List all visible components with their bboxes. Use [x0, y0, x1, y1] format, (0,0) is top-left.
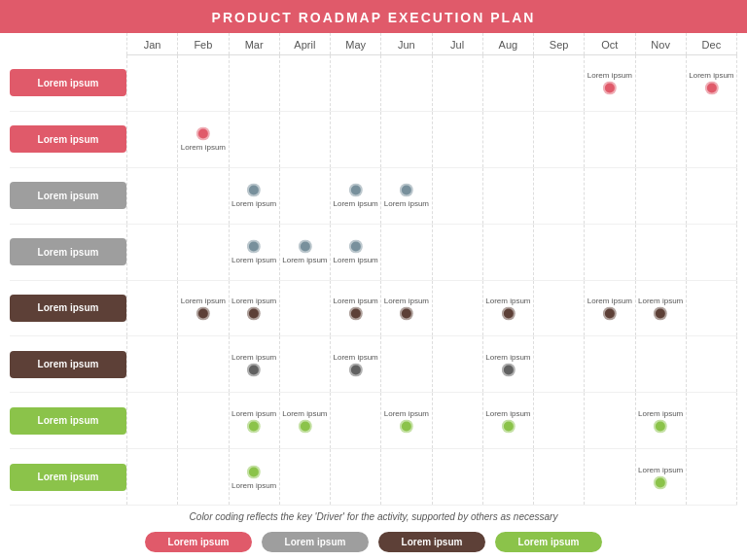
month-label: May: [331, 33, 381, 54]
gantt-row: Lorem ipsumLorem ipsumLorem ipsumLorem i…: [10, 336, 737, 393]
month-col: [534, 112, 585, 167]
month-col: [381, 449, 432, 505]
row-content: Lorem ipsumLorem ipsumLorem ipsum: [126, 168, 737, 224]
dot-marker: [298, 240, 311, 254]
month-col: [280, 168, 331, 224]
month-col: [534, 55, 585, 111]
dot-marker: [704, 82, 718, 95]
month-col: [433, 168, 483, 224]
month-col: [178, 225, 229, 280]
dot-container: Lorem ipsum: [334, 352, 378, 376]
dot-marker: [196, 306, 210, 320]
month-col: Lorem ipsum: [585, 281, 635, 336]
month-col: Lorem ipsum: [230, 225, 280, 280]
gantt-row: Lorem ipsumLorem ipsumLorem ipsumLorem i…: [10, 393, 737, 449]
month-label: Jul: [433, 33, 483, 54]
month-col: [280, 336, 331, 392]
month-col: [585, 449, 635, 505]
month-col: [534, 225, 585, 280]
dot-label: Lorem ipsum: [384, 408, 429, 417]
month-col: [433, 112, 483, 167]
dot-label: Lorem ipsum: [282, 256, 327, 264]
month-col: [280, 55, 331, 111]
dot-label: Lorem ipsum: [231, 199, 276, 208]
month-col: Lorem ipsum: [331, 281, 381, 336]
dot-label: Lorem ipsum: [231, 480, 276, 489]
month-col: [687, 168, 737, 224]
month-col: [381, 55, 432, 111]
month-col: [585, 112, 635, 167]
dot-label: Lorem ipsum: [638, 465, 683, 473]
month-col: [636, 55, 687, 111]
month-col: [433, 225, 483, 280]
dot-marker: [603, 82, 617, 95]
month-col: [636, 225, 687, 280]
legend-row: Lorem ipsumLorem ipsumLorem ipsumLorem i…: [10, 526, 737, 560]
month-col: [636, 112, 687, 167]
dot-label: Lorem ipsum: [689, 71, 733, 80]
row-content: Lorem ipsumLorem ipsum: [126, 449, 737, 505]
month-col: [534, 336, 585, 392]
month-col: [534, 449, 585, 505]
dot-label: Lorem ipsum: [334, 352, 378, 361]
dot-label: Lorem ipsum: [384, 296, 429, 304]
dot-container: Lorem ipsum: [384, 296, 429, 320]
dot-label: Lorem ipsum: [231, 352, 276, 361]
row-label: Lorem ipsum: [10, 125, 126, 153]
dot-marker: [349, 306, 363, 320]
month-col: [687, 449, 737, 505]
month-col: [534, 168, 585, 224]
row-label: Lorem ipsum: [10, 295, 126, 322]
month-col: [178, 168, 229, 224]
row-label: Lorem ipsum: [10, 238, 126, 265]
months-row: JanFebMarAprilMayJunJulAugSepOctNovDec: [126, 33, 737, 55]
month-col: [280, 281, 331, 336]
dot-marker: [247, 465, 261, 478]
month-col: Lorem ipsum: [331, 168, 381, 224]
month-col: [331, 393, 381, 448]
dot-marker: [654, 306, 667, 320]
dot-container: Lorem ipsum: [384, 184, 429, 208]
dot-marker: [654, 475, 667, 489]
dot-label: Lorem ipsum: [334, 296, 378, 304]
dot-marker: [298, 419, 311, 433]
month-label: Dec: [687, 33, 737, 54]
month-col: Lorem ipsum: [483, 336, 534, 392]
dot-container: Lorem ipsum: [231, 240, 276, 264]
month-label: Nov: [636, 33, 687, 54]
month-col: [433, 281, 483, 336]
month-col: Lorem ipsum: [230, 281, 280, 336]
dot-label: Lorem ipsum: [587, 296, 632, 304]
month-col: [178, 55, 229, 111]
dot-label: Lorem ipsum: [231, 256, 276, 264]
row-content: Lorem ipsumLorem ipsumLorem ipsumLorem i…: [126, 281, 737, 336]
row-label: Lorem ipsum: [10, 182, 126, 209]
dot-marker: [247, 363, 261, 376]
dot-marker: [603, 306, 617, 320]
month-col: Lorem ipsum: [381, 281, 432, 336]
month-col: Lorem ipsum: [230, 393, 280, 448]
month-col: [585, 225, 635, 280]
month-col: [126, 336, 178, 392]
dot-label: Lorem ipsum: [334, 199, 378, 208]
dot-marker: [247, 306, 261, 320]
row-label: Lorem ipsum: [10, 351, 126, 378]
legend-item: Lorem ipsum: [378, 532, 485, 552]
dot-container: Lorem ipsum: [282, 240, 327, 264]
dot-container: Lorem ipsum: [231, 465, 276, 489]
month-col: [331, 449, 381, 505]
dot-container: Lorem ipsum: [638, 408, 683, 433]
month-col: [687, 225, 737, 280]
dot-container: Lorem ipsum: [231, 184, 276, 208]
month-col: Lorem ipsum: [331, 336, 381, 392]
row-label: Lorem ipsum: [10, 464, 126, 491]
row-content: Lorem ipsumLorem ipsumLorem ipsumLorem i…: [126, 393, 737, 448]
month-col: [126, 449, 178, 505]
dot-marker: [400, 419, 413, 433]
dot-container: Lorem ipsum: [485, 408, 530, 433]
month-col: [381, 225, 432, 280]
dot-container: Lorem ipsum: [282, 408, 327, 433]
dot-container: Lorem ipsum: [334, 184, 378, 208]
dot-label: Lorem ipsum: [587, 71, 632, 80]
month-col: [687, 112, 737, 167]
